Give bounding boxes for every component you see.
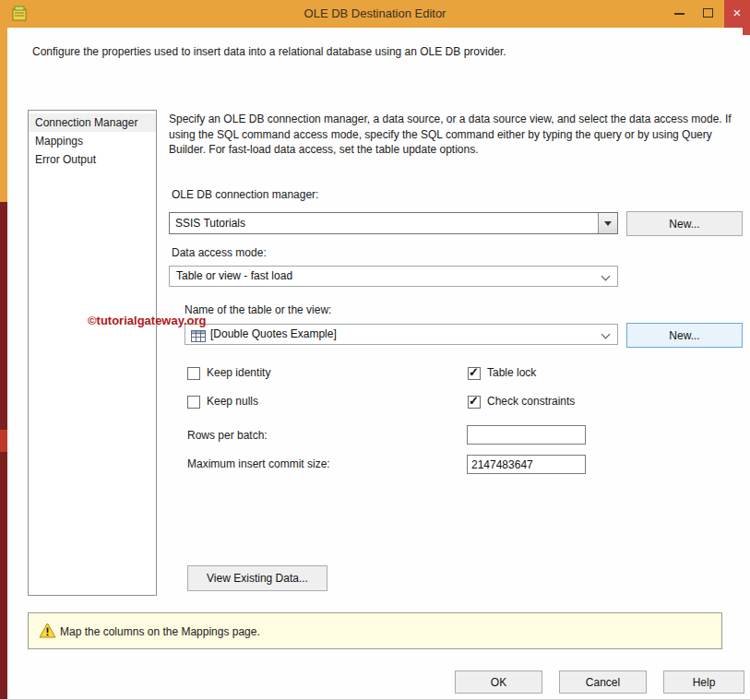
background-window-edge-red: [0, 430, 7, 452]
keep-nulls-label[interactable]: Keep nulls: [207, 395, 258, 408]
table-icon: [191, 329, 206, 346]
minimize-icon[interactable]: [674, 13, 685, 15]
titlebar[interactable]: OLE DB Destination Editor ×: [0, 0, 750, 28]
dialog-description: Configure the properties used to insert …: [32, 45, 696, 58]
pages-sidebar: Connection Manager Mappings Error Output: [28, 110, 157, 596]
new-table-button[interactable]: New...: [626, 323, 743, 348]
sidebar-item-error-output[interactable]: Error Output: [29, 150, 156, 169]
check-constraints-label[interactable]: Check constraints: [487, 395, 575, 408]
ok-button[interactable]: OK: [455, 670, 542, 694]
table-or-view-dropdown[interactable]: [Double Quotes Example]: [185, 324, 618, 345]
table-lock-label[interactable]: Table lock: [487, 366, 536, 379]
page-instructions: Specify an OLE DB connection manager, a …: [169, 112, 743, 158]
checkmark-icon: ✓: [469, 365, 479, 379]
connection-manager-label: OLE DB connection manager:: [172, 188, 318, 201]
status-message: Map the columns on the Mappings page.: [60, 625, 260, 638]
maximize-icon[interactable]: [703, 8, 713, 18]
data-access-mode-dropdown[interactable]: Table or view - fast load: [169, 266, 618, 287]
max-insert-commit-size-input[interactable]: [467, 455, 586, 474]
rows-per-batch-input[interactable]: [467, 425, 586, 445]
keep-identity-checkbox[interactable]: [187, 367, 200, 380]
check-constraints-checkbox[interactable]: ✓: [468, 396, 481, 409]
keep-identity-label[interactable]: Keep identity: [207, 366, 270, 379]
watermark: ©tutorialgateway.org: [88, 314, 207, 327]
connection-manager-value: SSIS Tutorials: [175, 213, 245, 233]
sidebar-item-connection-manager[interactable]: Connection Manager: [29, 113, 156, 132]
background-window-edge-right: [743, 28, 750, 35]
connection-manager-dropdown-icon[interactable]: [598, 213, 617, 233]
status-warning-panel: Map the columns on the Mappings page.: [28, 612, 722, 649]
rows-per-batch-label: Rows per batch:: [187, 429, 268, 442]
data-access-mode-label: Data access mode:: [172, 246, 267, 259]
keep-nulls-checkbox[interactable]: [187, 396, 200, 409]
max-insert-commit-size-label: Maximum insert commit size:: [187, 457, 330, 470]
background-window-edge-orange: [0, 28, 7, 202]
connection-manager-combobox[interactable]: SSIS Tutorials: [169, 212, 618, 234]
chevron-down-icon: [601, 330, 611, 339]
chevron-down-icon: [601, 272, 611, 281]
table-or-view-value: [Double Quotes Example]: [210, 325, 337, 344]
data-access-mode-value: Table or view - fast load: [176, 267, 292, 286]
cancel-button[interactable]: Cancel: [559, 670, 647, 694]
warning-icon: [39, 623, 56, 642]
ole-db-destination-editor-window: OLE DB Destination Editor × Configure th…: [0, 0, 750, 700]
help-button[interactable]: Help: [663, 670, 744, 694]
new-connection-button[interactable]: New...: [626, 211, 743, 236]
checkmark-icon: ✓: [469, 394, 479, 408]
sidebar-item-mappings[interactable]: Mappings: [29, 132, 156, 150]
table-lock-checkbox[interactable]: ✓: [468, 367, 481, 380]
view-existing-data-button[interactable]: View Existing Data...: [187, 565, 327, 591]
close-icon[interactable]: ×: [724, 0, 750, 28]
window-title: OLE DB Destination Editor: [0, 0, 750, 28]
